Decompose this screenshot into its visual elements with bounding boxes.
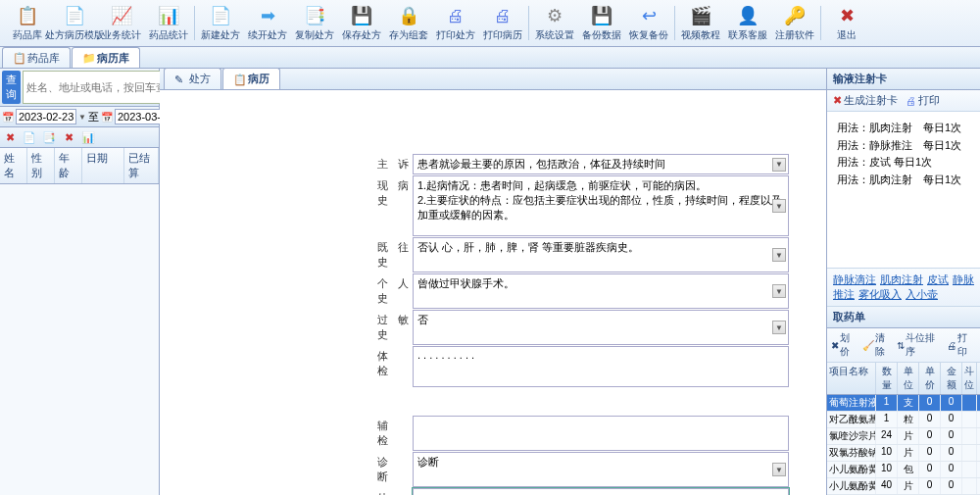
tool-续开处方[interactable]: ➡续开处方	[244, 2, 291, 44]
med-row[interactable]: 对乙酰氨基...1粒00	[827, 412, 980, 428]
med-row[interactable]: 双氯芬酸钠...10片00	[827, 445, 980, 462]
tool-打印处方[interactable]: 🖨打印处方	[432, 2, 479, 44]
left-panel: 查询 ⟲ 📅 ▼ 至 📅 ▼ ✖ 📄 📑 ✖ 📊 姓名性别年龄日期已结算	[0, 69, 160, 495]
top-tabs: 📋药品库📁病历库	[0, 47, 980, 69]
form-field-主诉[interactable]: 患者就诊最主要的原因，包括政治，体征及持续时间▼	[413, 154, 789, 174]
med-row[interactable]: 小儿氨酚黄...10包00	[827, 462, 980, 478]
mini-btn-5[interactable]: 📊	[80, 129, 96, 145]
usage-list: 用法：肌肉注射 每日1次用法：静脉推注 每日1次用法：皮试 每日1次用法：肌肉注…	[827, 112, 980, 268]
tool-打印病历[interactable]: 🖨打印病历	[479, 2, 526, 44]
dropdown-caret[interactable]: ▼	[772, 463, 786, 476]
form-field-个人史[interactable]: 曾做过甲状腺手术。▼	[413, 273, 789, 309]
center-panel: ✎处方📋病历 主诉患者就诊最主要的原因，包括政治，体征及持续时间▼现病史1.起病…	[160, 69, 826, 495]
med-col-单价[interactable]: 单价	[919, 363, 941, 394]
tool-药品统计[interactable]: 📊药品统计	[145, 2, 192, 44]
main-toolbar: 📋药品库📄处方病历模版📈业务统计📊药品统计📄新建处方➡续开处方📑复制处方💾保存处…	[0, 0, 980, 47]
dropdown-caret[interactable]: ▼	[772, 158, 786, 172]
med-row[interactable]: 葡萄注射液1支00	[827, 395, 980, 412]
form-label-6: 辅 检	[373, 416, 413, 451]
med-tb-清除[interactable]: 🧹清除	[862, 331, 894, 359]
col-已结算[interactable]: 已结算	[124, 148, 159, 183]
med-col-数量[interactable]: 数量	[876, 363, 898, 394]
form-label-2: 既往史	[373, 237, 413, 272]
col-日期[interactable]: 日期	[82, 148, 125, 183]
form-field-处理[interactable]	[413, 488, 789, 495]
form-field-体检[interactable]: . . . . . . . . . .	[413, 346, 789, 387]
link-肌肉注射[interactable]: 肌肉注射	[880, 273, 923, 285]
tool-退出[interactable]: ✖退出	[823, 2, 870, 44]
tool-业务统计[interactable]: 📈业务统计	[98, 2, 145, 44]
form-field-辅检[interactable]	[413, 416, 789, 451]
tool-存为组套[interactable]: 🔒存为组套	[385, 2, 432, 44]
med-col-斗位[interactable]: 斗位	[962, 363, 977, 394]
date-to-label: 至	[88, 110, 99, 124]
mini-btn-1[interactable]: ✖	[2, 129, 18, 145]
tool-药品库[interactable]: 📋药品库	[4, 2, 51, 44]
link-静脉滴注[interactable]: 静脉滴注	[833, 273, 876, 285]
tool-恢复备份[interactable]: ↩恢复备份	[625, 2, 672, 44]
form-field-现病史[interactable]: 1.起病情况：患者时间，起病缓急，前驱症状，可能的病因。 2.主要症状的特点：应…	[413, 175, 789, 236]
search-input[interactable]	[23, 71, 166, 104]
tool-视频教程[interactable]: 🎬视频教程	[677, 2, 724, 44]
print-card-button[interactable]: 🖨打印	[906, 93, 940, 108]
med-row[interactable]: 小儿氨酚黄...40片00	[827, 478, 980, 495]
dropdown-caret[interactable]: ▼	[772, 199, 786, 213]
link-雾化吸入[interactable]: 雾化吸入	[858, 288, 902, 300]
med-col-项目名称[interactable]: 项目名称	[827, 363, 876, 394]
dropdown-caret[interactable]: ▼	[772, 321, 786, 334]
calendar-icon: 📅	[101, 112, 113, 123]
tool-处方病历模版[interactable]: 📄处方病历模版	[51, 2, 98, 44]
dropdown-caret[interactable]: ▼	[772, 248, 786, 262]
form-label-7: 诊 断	[373, 452, 413, 487]
tool-新建处方[interactable]: 📄新建处方	[197, 2, 244, 44]
tool-保存处方[interactable]: 💾保存处方	[338, 2, 385, 44]
med-col-单位[interactable]: 单位	[898, 363, 919, 394]
center-tab-处方[interactable]: ✎处方	[164, 68, 221, 89]
date-from-input[interactable]	[16, 109, 76, 124]
medicine-list-title: 取药单	[827, 307, 980, 328]
col-性别[interactable]: 性别	[27, 148, 55, 183]
mini-btn-4[interactable]: ✖	[61, 129, 76, 145]
right-panel: 输液注射卡 ✖生成注射卡 🖨打印 用法：肌肉注射 每日1次用法：静脉推注 每日1…	[826, 69, 980, 495]
col-年龄[interactable]: 年龄	[55, 148, 82, 183]
med-tb-打印[interactable]: 🖨打印	[947, 331, 976, 359]
tab-病历库[interactable]: 📁病历库	[72, 47, 140, 68]
link-入小壶[interactable]: 入小壶	[906, 288, 938, 300]
chevron-down-icon[interactable]: ▼	[78, 113, 86, 122]
search-label: 查询	[2, 71, 21, 104]
form-field-过敏史[interactable]: 否▼	[413, 310, 789, 345]
med-tb-划价[interactable]: ✖划价	[831, 331, 858, 359]
form-field-既往史[interactable]: 否认 心，肝，肺，脾，肾 等重要脏器疾病史。▼	[413, 237, 789, 272]
tool-备份数据[interactable]: 💾备份数据	[578, 2, 625, 44]
tool-系统设置[interactable]: ⚙系统设置	[531, 2, 578, 44]
link-皮试[interactable]: 皮试	[927, 273, 949, 285]
mini-btn-3[interactable]: 📑	[41, 129, 57, 145]
col-姓名[interactable]: 姓名	[0, 148, 27, 183]
med-row[interactable]: 氯喹沙宗片24片00	[827, 428, 980, 445]
dropdown-caret[interactable]: ▼	[772, 284, 786, 298]
form-label-3: 个人史	[373, 273, 413, 309]
tool-注册软件[interactable]: 🔑注册软件	[771, 2, 818, 44]
med-tb-斗位排序[interactable]: ⇅斗位排序	[897, 331, 943, 359]
form-label-4: 过敏史	[373, 310, 413, 345]
tool-复制处方[interactable]: 📑复制处方	[291, 2, 338, 44]
center-tab-病历[interactable]: 📋病历	[222, 68, 280, 89]
tool-联系客服[interactable]: 👤联系客服	[724, 2, 771, 44]
form-label-8: 处 理	[373, 488, 413, 495]
mini-btn-2[interactable]: 📄	[22, 129, 37, 145]
form-label-5: 体 检	[373, 346, 413, 387]
calendar-icon: 📅	[2, 112, 14, 123]
gen-card-button[interactable]: ✖生成注射卡	[833, 93, 898, 108]
form-label-0: 主诉	[373, 154, 413, 174]
form-label-1: 现病史	[373, 175, 413, 236]
med-col-金额[interactable]: 金额	[941, 363, 962, 394]
tab-药品库[interactable]: 📋药品库	[2, 47, 71, 68]
form-field-诊断[interactable]: 诊断▼	[413, 452, 789, 487]
injection-card-title: 输液注射卡	[827, 69, 980, 90]
